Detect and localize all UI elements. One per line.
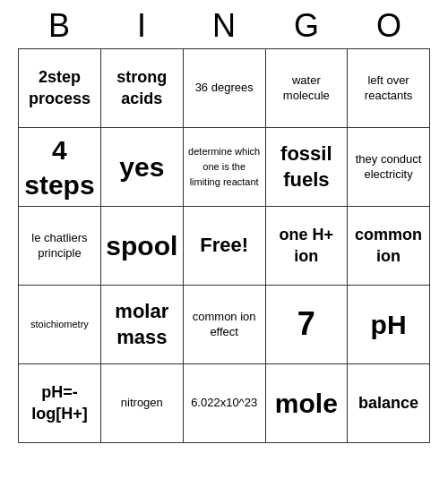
cell-r2-c3: one H+ ion [265,207,348,286]
cell-r1-c3: fossil fuels [265,128,348,207]
letter-b: B [23,7,95,45]
cell-r2-c4: common ion [348,207,430,286]
cell-r2-c2: Free! [183,207,265,286]
cell-r1-c1: yes [100,128,183,207]
cell-r4-c0: pH=-log[H+] [19,364,101,443]
cell-r3-c2: common ion effect [183,286,265,364]
cell-r0-c2: 36 degrees [183,49,265,128]
cell-r0-c4: left over reactants [348,49,430,128]
cell-r0-c1: strong acids [100,49,183,128]
bingo-title: B I N G O [18,0,430,48]
cell-r1-c0: 4 steps [19,128,101,207]
letter-i: I [106,7,177,45]
bingo-grid: 2step processstrong acids36 degreeswater… [18,48,430,443]
cell-r0-c3: water molecule [265,49,348,128]
letter-n: N [188,7,260,45]
cell-r3-c4: pH [348,286,430,364]
cell-r4-c2: 6.022x10^23 [183,364,265,443]
cell-r2-c1: spool [100,207,183,286]
letter-g: G [271,7,342,45]
cell-r3-c3: 7 [265,286,348,364]
cell-r4-c4: balance [348,364,430,443]
cell-r1-c2: determine which one is the limiting reac… [183,128,265,207]
cell-r3-c1: molar mass [100,286,183,364]
cell-r3-c0: stoichiometry [19,286,101,364]
cell-r1-c4: they conduct electricity [348,128,430,207]
cell-r4-c3: mole [265,364,348,443]
cell-r2-c0: le chatliers principle [19,207,101,286]
letter-o: O [353,7,425,45]
cell-r4-c1: nitrogen [100,364,183,443]
cell-r0-c0: 2step process [19,49,101,128]
